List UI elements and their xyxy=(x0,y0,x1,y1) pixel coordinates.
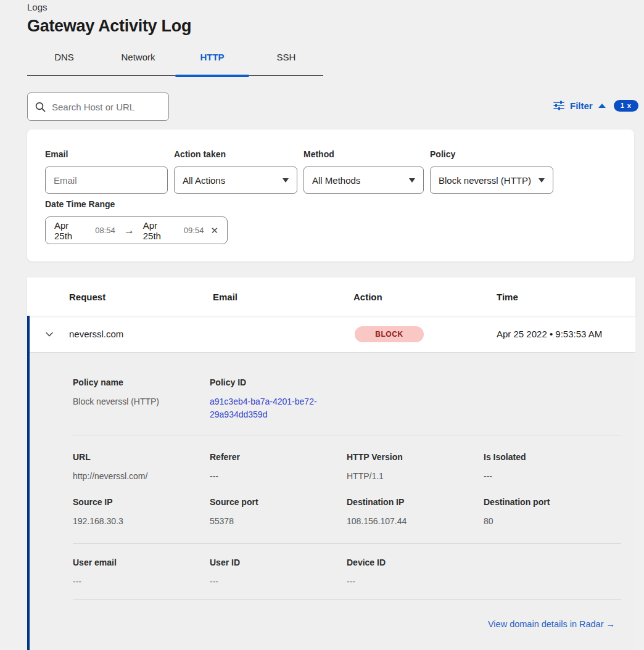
network-section: Source IP 192.168.30.3 Source port 55378… xyxy=(73,497,621,528)
column-header-request: Request xyxy=(69,292,213,302)
breadcrumb: Logs xyxy=(27,2,47,12)
column-header-time: Time xyxy=(497,292,635,302)
filter-field-email: Email xyxy=(45,149,168,194)
section-divider xyxy=(73,435,621,435)
user-section: User email --- User ID --- Device ID --- xyxy=(73,557,621,588)
destination-port-label: Destination port xyxy=(484,497,621,507)
filter-field-policy: Policy Block neverssl (HTTP) xyxy=(430,149,553,194)
start-time: 08:54 xyxy=(95,226,115,235)
column-header-action: Action xyxy=(353,292,497,302)
email-filter-label: Email xyxy=(45,149,168,159)
filter-toggle-button[interactable]: Filter 1 x xyxy=(553,97,638,113)
source-port-value: 55378 xyxy=(210,515,347,528)
email-filter-input[interactable] xyxy=(54,175,159,186)
chevron-down-icon xyxy=(44,329,54,339)
expanded-row-container: neverssl.com BLOCK Apr 25 2022 • 9:53:53… xyxy=(27,316,635,650)
action-taken-select[interactable]: All Actions xyxy=(174,167,297,194)
referer-value: --- xyxy=(210,470,347,483)
policy-name-field: Policy name Block neverssl (HTTP) xyxy=(73,377,210,421)
table-header-row: Request Email Action Time xyxy=(27,278,635,316)
row-time: Apr 25 2022 • 9:53:53 AM xyxy=(497,329,635,339)
policy-id-link[interactable]: a91c3eb4-ba7a-4201-be72-29a934dd359d xyxy=(210,395,331,421)
collapse-caret-icon xyxy=(598,104,606,108)
destination-ip-label: Destination IP xyxy=(347,497,484,507)
policy-label: Policy xyxy=(430,149,553,159)
is-isolated-value: --- xyxy=(484,470,621,483)
destination-port-value: 80 xyxy=(484,515,621,528)
section-divider xyxy=(73,543,621,544)
referer-label: Referer xyxy=(210,452,347,462)
tab-dns[interactable]: DNS xyxy=(27,47,101,75)
device-id-field: Device ID --- xyxy=(347,557,484,588)
block-status-badge: BLOCK xyxy=(355,326,424,342)
policy-select[interactable]: Block neverssl (HTTP) xyxy=(430,167,553,194)
filter-sliders-icon xyxy=(553,101,564,110)
filter-count-badge[interactable]: 1 x xyxy=(614,100,638,112)
user-email-label: User email xyxy=(73,557,210,567)
policy-id-label: Policy ID xyxy=(210,377,347,387)
http-version-label: HTTP Version xyxy=(347,452,484,462)
end-time: 09:54 xyxy=(184,226,204,235)
row-expand-chevron[interactable] xyxy=(30,329,69,339)
destination-ip-value: 108.156.107.44 xyxy=(347,515,484,528)
http-version-field: HTTP Version HTTP/1.1 xyxy=(347,452,484,483)
device-id-label: Device ID xyxy=(347,557,484,567)
view-in-radar-link[interactable]: View domain details in Radar → xyxy=(488,619,615,629)
tab-network[interactable]: Network xyxy=(101,47,175,75)
date-range-label: Date Time Range xyxy=(45,199,228,209)
page-title: Gateway Activity Log xyxy=(27,17,191,36)
search-input[interactable] xyxy=(52,102,161,112)
tab-ssh[interactable]: SSH xyxy=(249,47,323,75)
radar-link-row: View domain details in Radar → xyxy=(73,619,621,630)
method-value: All Methods xyxy=(312,175,360,186)
clear-date-range-icon[interactable]: ✕ xyxy=(210,225,218,236)
source-ip-field: Source IP 192.168.30.3 xyxy=(73,497,210,528)
url-value: http://neverssl.com/ xyxy=(73,470,210,483)
user-id-field: User ID --- xyxy=(210,557,347,588)
user-email-value: --- xyxy=(73,575,210,588)
table-row[interactable]: neverssl.com BLOCK Apr 25 2022 • 9:53:53… xyxy=(30,316,635,353)
chevron-down-icon xyxy=(539,178,545,183)
url-label: URL xyxy=(73,452,210,462)
search-icon xyxy=(35,102,46,112)
row-request: neverssl.com xyxy=(69,329,213,339)
destination-ip-field: Destination IP 108.156.107.44 xyxy=(347,497,484,528)
chevron-down-icon xyxy=(409,178,415,183)
referer-field: Referer --- xyxy=(210,452,347,483)
is-isolated-field: Is Isolated --- xyxy=(484,452,621,483)
user-id-label: User ID xyxy=(210,557,347,567)
source-ip-label: Source IP xyxy=(73,497,210,507)
policy-value: Block neverssl (HTTP) xyxy=(439,175,531,186)
source-ip-value: 192.168.30.3 xyxy=(73,515,210,528)
http-section: URL http://neverssl.com/ Referer --- HTT… xyxy=(73,452,621,483)
end-date: Apr 25th xyxy=(143,220,177,241)
filter-field-method: Method All Methods xyxy=(303,149,424,194)
date-range-picker[interactable]: Apr 25th 08:54 → Apr 25th 09:54 ✕ xyxy=(45,216,228,244)
source-port-label: Source port xyxy=(210,497,347,507)
column-header-email: Email xyxy=(213,292,353,302)
policy-name-label: Policy name xyxy=(73,377,210,387)
filter-field-date-range: Date Time Range Apr 25th 08:54 → Apr 25t… xyxy=(45,199,228,244)
filter-panel: Email Action taken All Actions Method Al… xyxy=(27,130,634,261)
policy-section: Policy name Block neverssl (HTTP) Policy… xyxy=(73,353,621,421)
activity-log-table: Request Email Action Time neverssl.com B… xyxy=(27,278,635,650)
filter-label: Filter xyxy=(570,101,593,111)
method-label: Method xyxy=(303,149,424,159)
action-taken-label: Action taken xyxy=(174,149,297,159)
row-action-cell: BLOCK xyxy=(353,326,497,342)
is-isolated-label: Is Isolated xyxy=(484,452,621,462)
user-id-value: --- xyxy=(210,575,347,588)
method-select[interactable]: All Methods xyxy=(303,167,424,194)
gateway-activity-log-page: Logs Gateway Activity Log DNS Network HT… xyxy=(0,0,644,650)
http-version-value: HTTP/1.1 xyxy=(347,470,484,483)
log-type-tabs: DNS Network HTTP SSH xyxy=(27,47,323,76)
policy-name-value: Block neverssl (HTTP) xyxy=(73,395,210,408)
policy-id-field: Policy ID a91c3eb4-ba7a-4201-be72-29a934… xyxy=(210,377,347,421)
device-id-value: --- xyxy=(347,575,484,588)
tab-http[interactable]: HTTP xyxy=(175,47,249,75)
email-filter-input-container xyxy=(45,167,168,194)
url-field: URL http://neverssl.com/ xyxy=(73,452,210,483)
search-host-input-container xyxy=(27,93,169,121)
action-taken-value: All Actions xyxy=(183,175,225,186)
section-divider xyxy=(73,599,621,600)
